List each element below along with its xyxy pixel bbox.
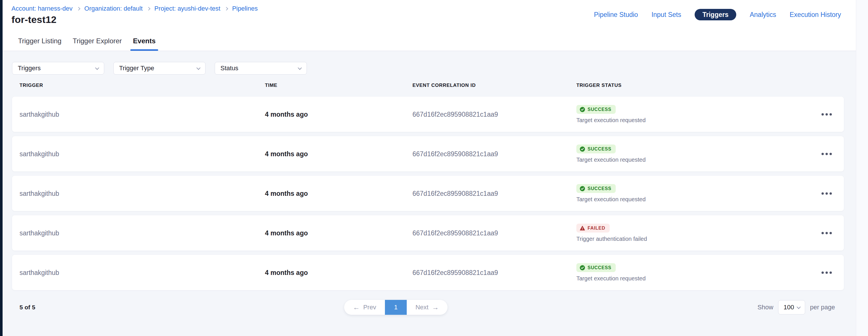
breadcrumb-pipelines-link[interactable]: Pipelines <box>232 5 258 12</box>
trigger-status-cell: SUCCESS Target execution requested <box>577 184 646 203</box>
chevron-right-icon <box>224 7 228 11</box>
breadcrumb-project-link[interactable]: Project: ayushi-dev-test <box>154 5 220 12</box>
page-size-control: Show 100 per page <box>757 300 835 314</box>
trigger-status-cell: SUCCESS Target execution requested <box>577 105 646 124</box>
status-message: Target execution requested <box>577 117 646 124</box>
event-time: 4 months ago <box>265 229 308 237</box>
next-page-button[interactable]: Next <box>407 300 447 315</box>
menu-dot <box>826 153 828 155</box>
trigger-name: sarthakgithub <box>20 190 59 197</box>
event-time: 4 months ago <box>265 110 308 118</box>
pagination: Prev 1 Next <box>344 300 447 315</box>
nav-execution-history[interactable]: Execution History <box>789 11 841 19</box>
row-menu-button[interactable] <box>819 111 834 118</box>
status-filter-dropdown[interactable]: Status <box>215 62 307 74</box>
menu-dot <box>826 271 828 274</box>
triggers-filter-dropdown[interactable]: Triggers <box>12 62 104 74</box>
current-page-button[interactable]: 1 <box>385 300 407 315</box>
trigger-name: sarthakgithub <box>20 269 59 276</box>
event-time: 4 months ago <box>265 269 308 276</box>
row-menu-button[interactable] <box>819 269 834 276</box>
table-row[interactable]: sarthakgithub 4 months ago 667d16f2ec895… <box>12 215 844 250</box>
trigger-status-cell: FAILED Trigger authentication failed <box>577 224 647 242</box>
nav-input-sets[interactable]: Input Sets <box>652 11 681 19</box>
results-count: 5 of 5 <box>20 304 35 311</box>
status-badge: FAILED <box>577 224 610 233</box>
event-correlation-id: 667d16f2ec895908821c1aa9 <box>412 150 498 158</box>
status-filter-label: Status <box>220 65 238 72</box>
menu-dot <box>830 153 832 155</box>
check-circle-icon <box>580 107 585 112</box>
menu-dot <box>822 113 824 115</box>
page-header: Account: harness-dev Organization: defau… <box>3 0 868 51</box>
status-message: Trigger authentication failed <box>577 236 647 242</box>
triggers-filter-label: Triggers <box>18 65 41 72</box>
trigger-name: sarthakgithub <box>20 229 59 237</box>
menu-dot <box>822 192 824 195</box>
show-label: Show <box>757 304 773 311</box>
menu-dot <box>830 232 832 234</box>
chevron-right-icon <box>147 7 150 11</box>
page-size-value: 100 <box>784 304 794 311</box>
status-message: Target execution requested <box>577 157 646 163</box>
status-label: SUCCESS <box>588 107 611 112</box>
event-correlation-id: 667d16f2ec895908821c1aa9 <box>412 110 498 118</box>
nav-pipeline-studio[interactable]: Pipeline Studio <box>594 11 638 19</box>
pipeline-top-nav: Pipeline Studio Input Sets Triggers Anal… <box>594 9 841 20</box>
column-header-time: TIME <box>265 82 277 88</box>
tab-trigger-listing[interactable]: Trigger Listing <box>18 31 61 51</box>
row-menu-button[interactable] <box>819 190 834 197</box>
event-time: 4 months ago <box>265 190 308 197</box>
filter-bar: Triggers Trigger Type Status <box>12 62 307 74</box>
breadcrumb-organization-link[interactable]: Organization: default <box>84 5 143 12</box>
menu-dot <box>830 113 832 115</box>
row-menu-button[interactable] <box>819 230 834 237</box>
prev-label: Prev <box>363 304 376 311</box>
events-table-body: sarthakgithub 4 months ago 667d16f2ec895… <box>12 97 844 290</box>
tab-trigger-explorer[interactable]: Trigger Explorer <box>73 31 122 51</box>
status-message: Target execution requested <box>577 275 646 282</box>
event-correlation-id: 667d16f2ec895908821c1aa9 <box>412 190 498 197</box>
status-badge: SUCCESS <box>577 144 616 154</box>
table-row[interactable]: sarthakgithub 4 months ago 667d16f2ec895… <box>12 176 844 211</box>
table-row[interactable]: sarthakgithub 4 months ago 667d16f2ec895… <box>12 136 844 171</box>
menu-dot <box>830 271 832 274</box>
chevron-down-icon <box>298 66 302 70</box>
arrow-right-icon <box>432 303 439 311</box>
table-row[interactable]: sarthakgithub 4 months ago 667d16f2ec895… <box>12 97 844 132</box>
next-label: Next <box>415 304 428 311</box>
column-header-event-correlation-id: EVENT CORRELATION ID <box>412 82 476 88</box>
tab-events[interactable]: Events <box>133 31 156 51</box>
menu-dot <box>822 271 824 274</box>
status-label: FAILED <box>588 226 606 231</box>
trigger-type-filter-label: Trigger Type <box>119 65 154 72</box>
trigger-name: sarthakgithub <box>20 150 59 158</box>
per-page-label: per page <box>810 304 835 311</box>
nav-analytics[interactable]: Analytics <box>750 11 776 19</box>
status-badge: SUCCESS <box>577 105 616 114</box>
page-size-select[interactable]: 100 <box>778 300 805 314</box>
status-label: SUCCESS <box>588 146 611 152</box>
chevron-down-icon <box>95 66 99 70</box>
scrollbar-gutter[interactable] <box>856 0 868 336</box>
breadcrumb-account-link[interactable]: Account: harness-dev <box>11 5 73 12</box>
status-badge: SUCCESS <box>577 184 616 193</box>
prev-page-button[interactable]: Prev <box>344 300 385 315</box>
menu-dot <box>822 232 824 234</box>
menu-dot <box>830 192 832 195</box>
arrow-left-icon <box>353 303 360 311</box>
status-label: SUCCESS <box>588 265 611 270</box>
events-tab-bar: Trigger Listing Trigger Explorer Events <box>18 31 156 51</box>
table-row[interactable]: sarthakgithub 4 months ago 667d16f2ec895… <box>12 255 844 290</box>
check-circle-icon <box>580 265 585 270</box>
check-circle-icon <box>580 146 585 152</box>
status-message: Target execution requested <box>577 196 646 203</box>
nav-triggers[interactable]: Triggers <box>694 9 736 20</box>
menu-dot <box>822 153 824 155</box>
row-menu-button[interactable] <box>819 150 834 157</box>
menu-dot <box>826 113 828 115</box>
chevron-right-icon <box>76 7 81 11</box>
collapsed-sidebar-strip[interactable] <box>0 0 3 336</box>
page-title: for-test12 <box>11 14 57 25</box>
trigger-type-filter-dropdown[interactable]: Trigger Type <box>113 62 206 74</box>
